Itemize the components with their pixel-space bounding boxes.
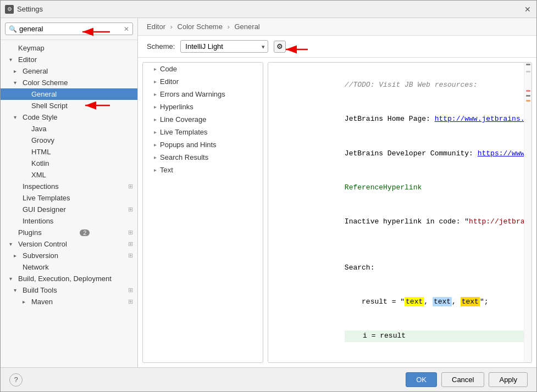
breadcrumb-sep1: ›	[170, 23, 175, 31]
help-button[interactable]: ?	[9, 373, 23, 387]
sidebar-item-intentions[interactable]: Intentions	[1, 215, 137, 227]
option-hyperlinks[interactable]: ▸ Hyperlinks	[143, 100, 263, 113]
breadcrumb-sep2: ›	[228, 23, 232, 31]
option-search-results[interactable]: ▸ Search Results	[143, 151, 263, 164]
option-arrow-icon: ▸	[154, 79, 157, 85]
sidebar-item-shell-script[interactable]: Shell Script	[1, 100, 137, 111]
option-editor[interactable]: ▸ Editor	[143, 75, 263, 88]
sidebar-item-color-scheme[interactable]: ▾ Color Scheme	[1, 77, 137, 88]
breadcrumb-general: General	[235, 23, 260, 31]
sidebar-item-java[interactable]: Java	[1, 123, 137, 135]
option-label: Editor	[160, 77, 179, 86]
arrow-icon: ▸	[23, 299, 29, 305]
sidebar-item-maven[interactable]: ▸ Maven ⊞	[1, 296, 137, 307]
option-popups-hints[interactable]: ▸ Popups and Hints	[143, 138, 263, 151]
option-arrow-icon: ▸	[154, 142, 157, 148]
code-line-assign: i = result	[276, 320, 516, 354]
preview-area: //TODO: Visit JB Web resources: JetBrain…	[268, 62, 532, 363]
sidebar-item-xml[interactable]: XML	[1, 169, 137, 181]
option-errors-warnings[interactable]: ▸ Errors and Warnings	[143, 88, 263, 100]
sidebar-item-label: Network	[23, 263, 49, 271]
sidebar-item-kotlin[interactable]: Kotlin	[1, 158, 137, 169]
breadcrumb: Editor › Color Scheme › General	[138, 18, 536, 36]
ext-icon: ⊞	[128, 252, 133, 259]
ext-icon: ⊞	[128, 298, 133, 305]
sidebar-item-label: Groovy	[31, 136, 54, 144]
arrow-icon: ▾	[14, 114, 20, 120]
options-list: ▸ Code ▸ Editor ▸ Errors and Warnings ▸ …	[142, 62, 263, 363]
sidebar-item-editor[interactable]: ▾ Editor	[1, 54, 137, 65]
sidebar-item-label: Maven	[31, 298, 53, 306]
apply-button[interactable]: Apply	[489, 372, 528, 387]
code-line-inactive: Inactive hyperlink in code: "http://jetb…	[276, 205, 516, 239]
code-line-devcom: JetBrains Developer Community: https://w…	[276, 137, 516, 171]
arrow-icon: ▸	[14, 253, 20, 259]
sidebar-item-label: Intentions	[23, 217, 53, 225]
search-box: 🔍 ✕	[1, 18, 137, 40]
search-input-wrap: 🔍 ✕	[5, 23, 133, 35]
sidebar-item-html[interactable]: HTML	[1, 146, 137, 158]
sidebar-item-keymap[interactable]: Keymap	[1, 42, 137, 54]
sidebar-item-version-control[interactable]: ▾ Version Control ⊞	[1, 238, 137, 250]
option-line-coverage[interactable]: ▸ Line Coverage	[143, 113, 263, 126]
cancel-button[interactable]: Cancel	[441, 372, 484, 387]
option-label: Hyperlinks	[160, 103, 193, 111]
search-clear-icon[interactable]: ✕	[124, 25, 129, 33]
sidebar-item-build-exec-deploy[interactable]: ▾ Build, Execution, Deployment	[1, 273, 137, 284]
sidebar-item-label: GUI Designer	[23, 205, 66, 214]
option-label: Live Templates	[160, 128, 207, 136]
sidebar-stripe	[526, 90, 530, 92]
ext-icon: ⊞	[128, 287, 133, 294]
option-arrow-icon: ▸	[154, 66, 157, 72]
sidebar-item-plugins[interactable]: Plugins 2 ⊞	[1, 227, 137, 238]
sidebar-item-label: Editor	[18, 55, 37, 64]
arrow-icon: ▾	[9, 276, 16, 282]
sidebar-item-code-style[interactable]: ▾ Code Style	[1, 111, 137, 123]
ok-button[interactable]: OK	[406, 372, 437, 387]
sidebar-stripe	[526, 95, 530, 97]
arrow-icon: ▾	[9, 57, 16, 63]
option-text[interactable]: ▸ Text	[143, 164, 263, 176]
sidebar-item-network[interactable]: Network	[1, 261, 137, 273]
sidebar-item-live-templates[interactable]: Live Templates	[1, 192, 137, 204]
option-arrow-icon: ▸	[154, 116, 157, 122]
breadcrumb-color-scheme: Color Scheme	[178, 23, 223, 31]
sidebar-item-label: Inspections	[23, 182, 59, 191]
search-input[interactable]	[19, 25, 124, 33]
option-label: Search Results	[160, 153, 208, 161]
scheme-gear-button[interactable]: ⚙	[274, 41, 286, 53]
search-icon: 🔍	[9, 25, 17, 33]
code-line-reflink: ReferenceHyperlink	[276, 171, 516, 205]
arrow-icon: ▾	[9, 241, 16, 247]
sidebar-item-label: XML	[31, 171, 46, 179]
sidebar-item-groovy[interactable]: Groovy	[1, 135, 137, 146]
code-line-return: return i;	[276, 354, 516, 362]
ext-icon: ⊞	[128, 206, 133, 213]
option-code[interactable]: ▸ Code	[143, 63, 263, 75]
window-title: Settings	[17, 5, 523, 13]
preview-sidebar	[524, 63, 532, 362]
scheme-select[interactable]: IntelliJ Light Default Darcula High Cont…	[180, 40, 268, 53]
sidebar-item-gui-designer[interactable]: GUI Designer ⊞	[1, 204, 137, 215]
sidebar-item-label: Build Tools	[23, 286, 57, 294]
sidebar-item-editor-general[interactable]: ▸ General	[1, 65, 137, 77]
option-arrow-icon: ▸	[154, 129, 157, 135]
left-panel: 🔍 ✕ Keymap ▾ Editor ▸	[1, 18, 138, 367]
close-button[interactable]: ✕	[523, 5, 532, 14]
sidebar-item-label: General	[23, 67, 48, 75]
sidebar-item-colorscheme-general[interactable]: General	[1, 88, 137, 100]
option-arrow-icon: ▸	[154, 154, 157, 160]
arrow-icon: ▾	[14, 80, 20, 86]
sidebar-item-label: Version Control	[18, 240, 67, 248]
sidebar-item-label: Java	[31, 125, 46, 133]
option-label: Text	[160, 166, 173, 174]
option-arrow-icon: ▸	[154, 167, 157, 173]
sidebar-item-inspections[interactable]: Inspections ⊞	[1, 181, 137, 192]
option-label: Errors and Warnings	[160, 90, 225, 98]
code-line-homepage: JetBrains Home Page: http://www.jetbrain…	[276, 102, 516, 136]
sidebar-item-build-tools[interactable]: ▾ Build Tools ⊞	[1, 284, 137, 296]
option-live-templates[interactable]: ▸ Live Templates	[143, 126, 263, 138]
sidebar-item-subversion[interactable]: ▸ Subversion ⊞	[1, 250, 137, 261]
ext-icon: ⊞	[128, 229, 133, 236]
sidebar-item-label: Live Templates	[23, 194, 70, 202]
